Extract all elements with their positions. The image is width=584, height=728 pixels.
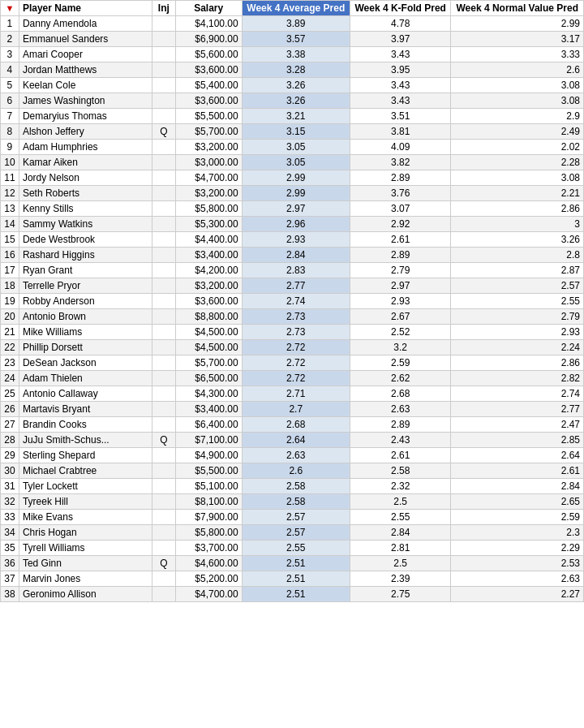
avg-pred-cell: 2.58	[242, 494, 350, 510]
inj-cell	[152, 463, 175, 479]
player-name-cell: Jordan Matthews	[19, 62, 152, 78]
avg-pred-cell: 2.99	[242, 186, 350, 201]
player-name-cell: Adam Thielen	[19, 371, 152, 386]
inj-cell	[152, 109, 175, 124]
table-row: 31 Tyler Lockett $5,100.00 2.58 2.32 2.8…	[1, 479, 584, 494]
kfold-pred-cell: 2.58	[350, 463, 451, 479]
table-row: 22 Phillip Dorsett $4,500.00 2.72 3.2 2.…	[1, 340, 584, 355]
normal-pred-cell: 2.82	[451, 371, 584, 386]
player-name-cell: Brandin Cooks	[19, 417, 152, 433]
table-row: 35 Tyrell Williams $3,700.00 2.55 2.81 2…	[1, 541, 584, 556]
table-row: 10 Kamar Aiken $3,000.00 3.05 3.82 2.28	[1, 155, 584, 170]
player-name-cell: Robby Anderson	[19, 294, 152, 309]
salary-cell: $5,500.00	[175, 109, 242, 124]
sort-icon: ▼	[6, 3, 15, 13]
inj-header: Inj	[152, 1, 175, 16]
rank-cell: 24	[1, 371, 19, 386]
rank-cell: 2	[1, 32, 19, 47]
salary-cell: $5,400.00	[175, 78, 242, 93]
normal-pred-cell: 2.85	[451, 433, 584, 448]
kfold-pred-cell: 2.63	[350, 402, 451, 417]
avg-pred-cell: 2.83	[242, 263, 350, 278]
avg-pred-cell: 2.51	[242, 587, 350, 602]
rank-cell: 8	[1, 124, 19, 140]
salary-cell: $8,100.00	[175, 494, 242, 510]
rank-cell: 37	[1, 571, 19, 587]
kfold-pred-cell: 2.79	[350, 263, 451, 278]
player-stats-table: ▼ Player Name Inj Salary Week 4 Average …	[0, 0, 584, 602]
rank-cell: 36	[1, 556, 19, 571]
normal-pred-cell: 2.84	[451, 479, 584, 494]
inj-cell	[152, 355, 175, 371]
avg-pred-cell: 2.73	[242, 309, 350, 325]
player-name-cell: Sterling Shepard	[19, 448, 152, 463]
rank-cell: 19	[1, 294, 19, 309]
avg-pred-cell: 2.63	[242, 448, 350, 463]
inj-cell: Q	[152, 556, 175, 571]
kfold-pred-cell: 3.43	[350, 47, 451, 62]
player-name-cell: Marvin Jones	[19, 571, 152, 587]
normal-pred-cell: 2.8	[451, 248, 584, 263]
player-name-cell: Antonio Brown	[19, 309, 152, 325]
table-row: 19 Robby Anderson $3,600.00 2.74 2.93 2.…	[1, 294, 584, 309]
rank-cell: 3	[1, 47, 19, 62]
table-row: 14 Sammy Watkins $5,300.00 2.96 2.92 3	[1, 217, 584, 232]
player-name-cell: Emmanuel Sanders	[19, 32, 152, 47]
kfold-pred-cell: 2.5	[350, 556, 451, 571]
table-row: 12 Seth Roberts $3,200.00 2.99 3.76 2.21	[1, 186, 584, 201]
kfold-pred-cell: 2.61	[350, 232, 451, 248]
rank-cell: 29	[1, 448, 19, 463]
salary-cell: $5,800.00	[175, 201, 242, 217]
inj-cell	[152, 587, 175, 602]
rank-cell: 30	[1, 463, 19, 479]
normal-pred-cell: 2.86	[451, 201, 584, 217]
avg-pred-cell: 2.6	[242, 463, 350, 479]
kfold-pred-cell: 2.32	[350, 479, 451, 494]
player-name-cell: Demaryius Thomas	[19, 109, 152, 124]
salary-cell: $3,700.00	[175, 541, 242, 556]
table-row: 5 Keelan Cole $5,400.00 3.26 3.43 3.08	[1, 78, 584, 93]
salary-cell: $5,200.00	[175, 571, 242, 587]
player-name-header: Player Name	[19, 1, 152, 16]
inj-cell	[152, 217, 175, 232]
player-name-cell: Mike Williams	[19, 325, 152, 340]
table-row: 29 Sterling Shepard $4,900.00 2.63 2.61 …	[1, 448, 584, 463]
kfold-pred-cell: 2.59	[350, 355, 451, 371]
normal-pred-cell: 2.57	[451, 278, 584, 294]
salary-cell: $3,200.00	[175, 278, 242, 294]
sort-control-header[interactable]: ▼	[1, 1, 19, 16]
salary-cell: $3,400.00	[175, 248, 242, 263]
player-name-cell: Tyreek Hill	[19, 494, 152, 510]
inj-cell	[152, 309, 175, 325]
avg-pred-cell: 3.89	[242, 16, 350, 32]
player-name-cell: Rashard Higgins	[19, 248, 152, 263]
avg-pred-cell: 2.84	[242, 248, 350, 263]
kfold-pred-cell: 3.2	[350, 340, 451, 355]
player-name-cell: Tyler Lockett	[19, 479, 152, 494]
avg-pred-cell: 3.26	[242, 93, 350, 109]
normal-pred-cell: 2.24	[451, 340, 584, 355]
avg-pred-cell: 2.71	[242, 386, 350, 402]
inj-cell	[152, 155, 175, 170]
kfold-pred-cell: 3.82	[350, 155, 451, 170]
inj-cell	[152, 340, 175, 355]
avg-pred-cell: 2.51	[242, 571, 350, 587]
normal-pred-cell: 2.59	[451, 510, 584, 525]
inj-cell	[152, 278, 175, 294]
kfold-pred-cell: 2.89	[350, 417, 451, 433]
inj-cell: Q	[152, 124, 175, 140]
kfold-pred-cell: 2.81	[350, 541, 451, 556]
salary-cell: $7,900.00	[175, 510, 242, 525]
rank-cell: 9	[1, 140, 19, 155]
rank-cell: 15	[1, 232, 19, 248]
avg-pred-cell: 2.93	[242, 232, 350, 248]
normal-pred-cell: 2.87	[451, 263, 584, 278]
table-row: 13 Kenny Stills $5,800.00 2.97 3.07 2.86	[1, 201, 584, 217]
salary-cell: $4,500.00	[175, 340, 242, 355]
table-row: 6 James Washington $3,600.00 3.26 3.43 3…	[1, 93, 584, 109]
player-name-cell: Seth Roberts	[19, 186, 152, 201]
avg-pred-cell: 2.51	[242, 556, 350, 571]
inj-cell	[152, 47, 175, 62]
avg-pred-cell: 2.64	[242, 433, 350, 448]
salary-cell: $4,300.00	[175, 386, 242, 402]
